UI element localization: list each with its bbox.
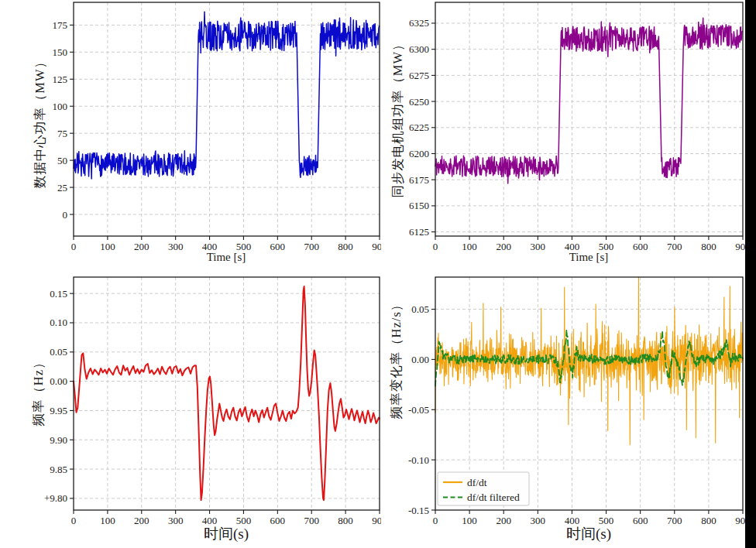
svg-text:9.95: 9.95 [50, 405, 67, 416]
y-axis-label-dc-power: 数据中心功率（MW） [32, 0, 49, 245]
svg-text:900: 900 [372, 515, 381, 526]
svg-text:100: 100 [462, 241, 477, 252]
svg-text:9.85: 9.85 [50, 464, 67, 475]
tick-marks [431, 23, 743, 240]
svg-text:800: 800 [338, 515, 353, 526]
svg-text:800: 800 [701, 515, 716, 526]
svg-text:25: 25 [57, 182, 67, 194]
x-axis-label-sg-power: Time [s] [511, 251, 666, 264]
svg-text:6225: 6225 [409, 122, 429, 133]
chart-rocof: 01002003004005006007008009000.050.00-0.0… [381, 274, 756, 548]
svg-text:6150: 6150 [409, 200, 429, 211]
svg-text:-0.05: -0.05 [408, 404, 429, 416]
svg-text:6200: 6200 [409, 148, 429, 159]
svg-text:75: 75 [57, 128, 67, 139]
svg-text:0: 0 [433, 241, 438, 252]
svg-text:-0.15: -0.15 [408, 505, 429, 516]
svg-text:800: 800 [338, 241, 353, 252]
x-axis-label-frequency: 时间(s) [149, 524, 304, 544]
svg-text:175: 175 [53, 19, 68, 31]
svg-text:df/dt filtered: df/dt filtered [467, 491, 520, 503]
svg-text:6125: 6125 [409, 226, 429, 238]
x-axis-label-rocof: 时间(s) [511, 524, 666, 544]
svg-text:0.00: 0.00 [411, 354, 429, 365]
x-axis-label-dc-power: Time [s] [149, 251, 304, 264]
svg-text:125: 125 [53, 74, 68, 85]
sg-power-line [435, 18, 743, 183]
svg-text:0: 0 [63, 209, 68, 221]
svg-text:800: 800 [701, 241, 716, 252]
svg-text:0: 0 [71, 241, 77, 252]
svg-text:-0.10: -0.10 [408, 454, 429, 466]
y-axis-label-sg-power: 同步发电机组功率（MW） [390, 0, 407, 241]
svg-text:100: 100 [100, 241, 115, 252]
svg-text:6325: 6325 [409, 17, 429, 29]
svg-text:150: 150 [53, 46, 68, 58]
svg-text:700: 700 [304, 241, 319, 252]
svg-text:df/dt: df/dt [467, 477, 487, 488]
frequency-line [74, 286, 380, 500]
svg-text:0.15: 0.15 [50, 288, 67, 300]
right-edge-black-strip [745, 0, 756, 548]
tick-marks [70, 25, 380, 240]
dc-power-line [74, 12, 380, 179]
svg-text:6250: 6250 [409, 96, 429, 108]
svg-text:100: 100 [100, 515, 115, 526]
svg-text:9.90: 9.90 [50, 434, 67, 446]
svg-text:50: 50 [57, 155, 67, 166]
figure-canvas: 0100200300400500600700800900025507510012… [0, 0, 756, 548]
svg-text:700: 700 [304, 515, 319, 526]
svg-text:900: 900 [372, 241, 381, 252]
svg-text:+9.80: +9.80 [44, 492, 67, 504]
plot-border [74, 277, 380, 510]
tick-labels: 0100200300400500600700800900612561506175… [409, 17, 751, 252]
svg-text:200: 200 [496, 515, 511, 526]
svg-text:6275: 6275 [409, 70, 429, 81]
svg-text:0: 0 [71, 515, 77, 526]
grid-lines [74, 277, 380, 510]
svg-text:700: 700 [667, 515, 682, 526]
svg-text:0: 0 [433, 515, 438, 526]
svg-text:0.05: 0.05 [411, 303, 429, 315]
svg-text:6175: 6175 [409, 174, 429, 186]
svg-text:0.10: 0.10 [50, 317, 67, 328]
tick-labels: 0100200300400500600700800900025507510012… [53, 19, 382, 252]
chart-dc-power: 0100200300400500600700800900025507510012… [0, 0, 381, 272]
legend-box: df/dtdf/dt filtered [438, 472, 529, 505]
svg-text:200: 200 [134, 515, 149, 526]
svg-text:100: 100 [53, 101, 68, 112]
svg-text:0.00: 0.00 [50, 375, 67, 387]
svg-text:100: 100 [462, 515, 477, 526]
svg-text:700: 700 [667, 241, 682, 252]
chart-frequency: 01002003004005006007008009000.150.100.05… [0, 274, 381, 548]
svg-text:200: 200 [134, 241, 149, 252]
chart-sg-power: 0100200300400500600700800900612561506175… [381, 0, 756, 272]
svg-text:6300: 6300 [409, 43, 429, 55]
y-axis-label-frequency: 频率（Hz） [30, 267, 47, 515]
svg-text:200: 200 [496, 241, 511, 252]
y-axis-label-rocof: 频率变化率（Hz/s） [388, 235, 405, 482]
svg-text:0.05: 0.05 [50, 346, 67, 358]
